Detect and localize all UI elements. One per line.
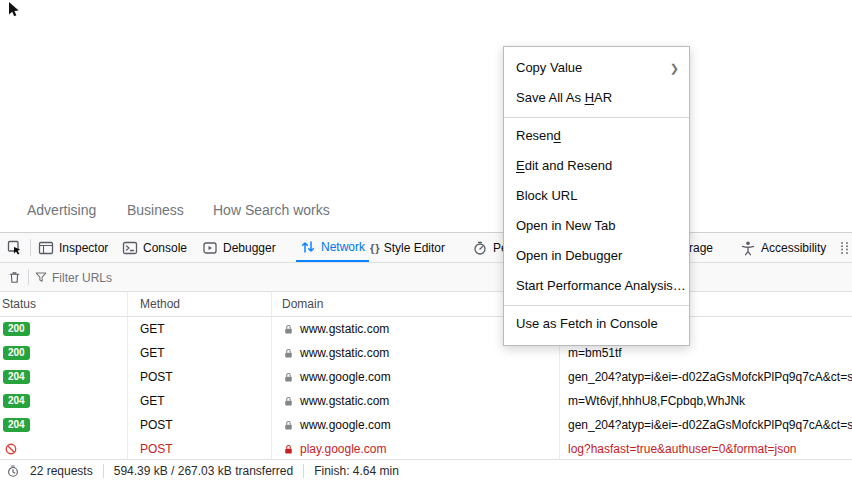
menu-item-label: Open in New Tab: [516, 218, 616, 233]
method-cell: GET: [128, 317, 272, 341]
menu-item-block-url[interactable]: Block URL: [504, 181, 689, 211]
context-menu: Copy Value ❯ Save All As HAR Resend Edit…: [503, 46, 690, 346]
network-request-row[interactable]: 204 POST www.google.com gen_204?atyp=i&e…: [0, 413, 852, 437]
file-cell: m=Wt6vjf,hhhU8,FCpbqb,WhJNk: [560, 389, 852, 413]
lock-icon: [282, 395, 295, 408]
menu-item-open-in-debugger[interactable]: Open in Debugger: [504, 241, 689, 271]
tab-label: Accessibility: [761, 241, 826, 255]
menu-item-label: Use as Fetch in Console: [516, 316, 658, 331]
domain-text: www.gstatic.com: [300, 322, 389, 336]
file-cell: gen_204?atyp=i&ei=-d02ZaGsMofckPlPq9q7cA…: [560, 365, 852, 389]
tab-label: Inspector: [59, 241, 108, 255]
statusbar-separator: [303, 464, 304, 478]
domain-cell: www.gstatic.com: [272, 389, 560, 413]
menu-item-start-performance-analysis[interactable]: Start Performance Analysis…: [504, 271, 689, 301]
file-cell: gen_204?atyp=i&ei=-d02ZaGsMofckPlPq9q7cA…: [560, 413, 852, 437]
menu-item-resend[interactable]: Resend: [504, 121, 689, 151]
domain-text: www.google.com: [300, 418, 391, 432]
statusbar-separator: [103, 464, 104, 478]
transferred-size: 594.39 kB / 267.03 kB transferred: [114, 464, 293, 478]
lock-icon: [282, 419, 295, 432]
tab-label: Network: [321, 240, 365, 254]
domain-cell: play.google.com: [272, 437, 560, 461]
method-cell: POST: [128, 437, 272, 461]
network-request-row-blocked[interactable]: POST play.google.com log?hasfast=true&au…: [0, 437, 852, 461]
tab-network[interactable]: Network: [296, 233, 369, 262]
network-request-row[interactable]: 200 GET www.gstatic.com: [0, 317, 852, 341]
status-cell: 204: [0, 413, 128, 437]
finish-time: Finish: 4.64 min: [314, 464, 399, 478]
tab-label: Console: [143, 241, 187, 255]
status-cell: 204: [0, 389, 128, 413]
devtools-tabbar: Inspector Console Debugger Network: [0, 233, 852, 263]
menu-item-save-all-as-har[interactable]: Save All As HAR: [504, 83, 689, 113]
toolbar-separator: [30, 239, 31, 256]
accessibility-icon: [740, 240, 756, 256]
menu-item-use-as-fetch-in-console[interactable]: Use as Fetch in Console: [504, 309, 689, 339]
network-toolbar: [0, 263, 852, 292]
mouse-cursor-icon: [8, 2, 22, 18]
menu-separator: [504, 117, 689, 118]
timing-clock-icon: [6, 464, 20, 478]
overflow-grip-icon[interactable]: [836, 233, 852, 262]
domain-text: www.google.com: [300, 370, 391, 384]
method-cell: POST: [128, 413, 272, 437]
footer-link-how-search-works[interactable]: How Search works: [213, 202, 330, 218]
domain-text: www.gstatic.com: [300, 346, 389, 360]
footer-link-advertising[interactable]: Advertising: [27, 202, 96, 218]
file-cell: log?hasfast=true&authuser=0&format=json: [560, 437, 852, 461]
clear-requests-button[interactable]: [2, 263, 26, 291]
tab-label: Debugger: [223, 241, 276, 255]
filter-urls-input[interactable]: [50, 267, 304, 289]
method-cell: GET: [128, 341, 272, 365]
status-badge: 204: [3, 418, 30, 432]
menu-item-edit-and-resend[interactable]: Edit and Resend: [504, 151, 689, 181]
network-request-row[interactable]: 204 POST www.google.com gen_204?atyp=i&e…: [0, 365, 852, 389]
console-icon: [122, 240, 138, 256]
braces-icon: { }: [370, 242, 379, 254]
status-cell: 200: [0, 341, 128, 365]
menu-separator: [504, 305, 689, 306]
tab-accessibility[interactable]: Accessibility: [736, 233, 830, 262]
domain-cell: www.google.com: [272, 413, 560, 437]
blocked-icon: [4, 442, 18, 456]
debugger-icon: [202, 240, 218, 256]
status-cell: 204: [0, 365, 128, 389]
status-badge: 200: [3, 346, 30, 360]
network-icon: [300, 239, 316, 255]
tab-style-editor[interactable]: { } Style Editor: [366, 233, 449, 262]
tab-inspector[interactable]: Inspector: [34, 233, 112, 262]
status-badge: 204: [3, 370, 30, 384]
submenu-chevron-icon: ❯: [670, 53, 679, 83]
requests-count: 22 requests: [30, 464, 93, 478]
menu-item-label: Resen: [516, 128, 554, 143]
column-header-status[interactable]: Status: [0, 292, 128, 316]
network-summary-bar: 22 requests 594.39 kB / 267.03 kB transf…: [0, 459, 852, 482]
devtools-panel: Inspector Console Debugger Network: [0, 232, 852, 482]
tab-debugger[interactable]: Debugger: [198, 233, 280, 262]
lock-icon: [282, 371, 295, 384]
performance-icon: [472, 240, 488, 256]
tab-label: Style Editor: [384, 241, 445, 255]
network-request-list: 200 GET www.gstatic.com 200 GET www.gsta…: [0, 317, 852, 461]
lock-icon: [282, 323, 295, 336]
network-request-row[interactable]: 200 GET www.gstatic.com m=bm51tf: [0, 341, 852, 365]
footer-link-business[interactable]: Business: [127, 202, 184, 218]
column-header-method[interactable]: Method: [128, 292, 272, 316]
inspector-icon: [38, 240, 54, 256]
lock-icon: [282, 347, 295, 360]
tab-console[interactable]: Console: [118, 233, 191, 262]
domain-text: www.gstatic.com: [300, 394, 389, 408]
menu-item-copy-value[interactable]: Copy Value ❯: [504, 53, 689, 83]
node-picker-button[interactable]: [2, 233, 28, 262]
network-request-row[interactable]: 204 GET www.gstatic.com m=Wt6vjf,hhhU8,F…: [0, 389, 852, 413]
method-cell: POST: [128, 365, 272, 389]
domain-text: play.google.com: [300, 442, 387, 456]
method-cell: GET: [128, 389, 272, 413]
menu-item-open-in-new-tab[interactable]: Open in New Tab: [504, 211, 689, 241]
status-badge: 204: [3, 394, 30, 408]
menu-item-label: Block URL: [516, 188, 577, 203]
menu-item-label: Open in Debugger: [516, 248, 622, 263]
status-cell: 200: [0, 317, 128, 341]
network-table-header: Status Method Domain File: [0, 292, 852, 317]
